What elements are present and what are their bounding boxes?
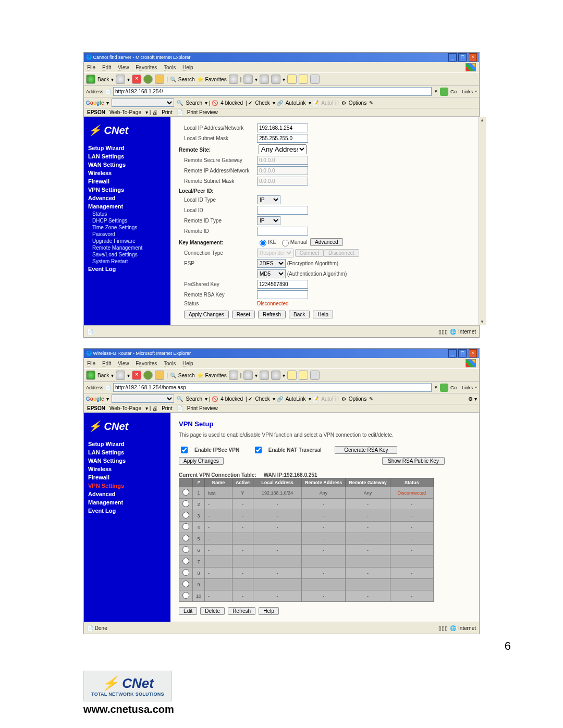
folder-icon[interactable] [287,75,297,84]
google-autofill[interactable]: AutoFill [321,396,338,402]
refresh-icon[interactable] [143,75,153,84]
table-row[interactable]: 1 test Y 192.168.1.0/24 Any Any Disconne… [179,487,434,499]
lid-input[interactable] [257,206,308,215]
mail-icon[interactable] [243,75,253,84]
nav-wireless[interactable]: Wireless [88,465,166,473]
rmask-input[interactable] [257,177,308,186]
google-check[interactable]: Check [255,396,270,402]
row-radio[interactable] [182,523,189,530]
back-icon[interactable] [86,371,95,380]
nav-vpn-settings[interactable]: VPN Settings [88,186,166,194]
row-radio[interactable] [182,569,189,576]
home-icon[interactable] [155,75,164,84]
menu-favorites[interactable]: Favorites [136,361,157,366]
table-row[interactable]: 8 - - - - - - [179,567,434,579]
go-label[interactable]: Go [450,385,457,390]
rsg-input[interactable] [257,156,308,165]
google-autolink[interactable]: AutoLink [286,100,306,106]
address-input[interactable] [113,383,432,392]
research-icon[interactable] [299,371,308,380]
forward-icon[interactable] [116,75,125,84]
nav-status[interactable]: Status [88,211,166,217]
google-search-input[interactable] [112,394,174,403]
row-radio[interactable] [182,489,189,496]
menu-file[interactable]: File [87,361,95,366]
generate-rsa-button[interactable]: Generate RSA Key [335,446,397,454]
epson-print[interactable]: Print [162,109,173,115]
epson-preview[interactable]: Print Preview [187,109,218,115]
nav-restart[interactable]: System Restart [88,258,166,265]
google-autolink[interactable]: AutoLink [286,396,306,402]
home-icon[interactable] [155,371,164,380]
row-radio[interactable] [182,512,189,519]
nav-setup-wizard[interactable]: Setup Wizard [88,440,166,448]
nav-advanced[interactable]: Advanced [88,490,166,498]
google-settings-icon[interactable]: ⚙ ▾ [468,396,477,402]
menu-help[interactable]: Help [182,361,193,366]
row-radio[interactable] [182,592,189,599]
local-mask-input[interactable] [257,134,308,143]
menu-tools[interactable]: Tools [164,361,176,366]
table-row[interactable]: 5 - - - - - - [179,533,434,545]
menu-view[interactable]: View [118,65,129,70]
row-radio[interactable] [182,581,189,587]
refresh-button[interactable]: Refresh [228,607,255,615]
messenger-icon[interactable] [310,371,320,380]
history-icon[interactable] [229,75,238,84]
epson-preview[interactable]: Print Preview [187,405,218,411]
address-input[interactable] [113,87,432,96]
minimize-button[interactable]: _ [448,349,457,357]
stop-icon[interactable]: × [132,371,141,380]
google-options[interactable]: Options [349,396,366,402]
nav-management[interactable]: Management [88,202,166,211]
nav-event-log[interactable]: Event Log [88,265,166,273]
epson-print[interactable]: Print [162,405,173,411]
row-radio[interactable] [182,558,189,564]
back-icon[interactable] [86,75,95,84]
menu-favorites[interactable]: Favorites [136,65,157,70]
advanced-button[interactable]: Advanced [310,238,342,246]
search-button[interactable]: Search [178,373,195,378]
nav-dhcp[interactable]: DHCP Settings [88,217,166,224]
table-row[interactable]: 2 - - - - - - [179,499,434,510]
mail-icon[interactable] [243,371,253,380]
google-options[interactable]: Options [349,100,366,106]
back-button[interactable]: Back [289,311,310,318]
scrollbar[interactable] [479,117,486,325]
nav-firewall[interactable]: Firewall [88,473,166,482]
psk-input[interactable] [257,280,308,289]
table-row[interactable]: 4 - - - - - - [179,522,434,533]
row-radio[interactable] [182,546,189,553]
rip-input[interactable] [257,166,308,175]
ct-select[interactable]: Responder [257,249,293,257]
apply-button[interactable]: Apply Changes [184,311,229,318]
local-ip-input[interactable] [257,124,308,132]
epson-wtp[interactable]: Web-To-Page [109,109,141,115]
nav-event-log[interactable]: Event Log [88,507,166,515]
delete-button[interactable]: Delete [200,607,225,615]
favorites-button[interactable]: Favorites [205,77,227,82]
menu-view[interactable]: View [118,361,129,366]
remote-site-select[interactable]: Any Address [259,144,307,154]
history-icon[interactable] [229,371,238,380]
nav-vpn-settings[interactable]: VPN Settings [88,482,166,490]
reset-button[interactable]: Reset [232,311,255,318]
go-button[interactable]: → [440,384,448,392]
rid-input[interactable] [257,227,308,236]
nav-timezone[interactable]: Time Zone Settings [88,224,166,231]
epson-wtp[interactable]: Web-To-Page [109,405,141,411]
esp-auth-select[interactable]: MD5 [257,269,286,278]
apply-changes-button[interactable]: Apply Changes [179,457,224,465]
table-row[interactable]: 7 - - - - - - [179,556,434,567]
help-button[interactable]: Help [313,311,333,318]
go-button[interactable]: → [440,88,448,96]
row-radio[interactable] [182,500,189,507]
table-row[interactable]: 6 - - - - - - [179,545,434,556]
row-radio[interactable] [182,535,189,541]
nav-remote-mgmt[interactable]: Remote Management [88,244,166,251]
nav-advanced[interactable]: Advanced [88,194,166,202]
links-label[interactable]: Links [462,89,473,94]
refresh-icon[interactable] [143,371,153,380]
menu-help[interactable]: Help [182,65,193,70]
google-search[interactable]: Search [186,396,202,402]
